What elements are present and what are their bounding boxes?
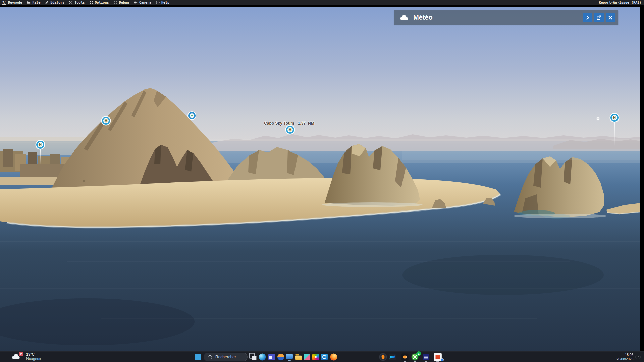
menu-file[interactable]: File — [27, 0, 40, 5]
popout-panel-button[interactable] — [594, 13, 604, 22]
menu-debug[interactable]: Debug — [114, 0, 129, 5]
sphere-app-button[interactable] — [276, 353, 285, 361]
menu-help-label: Help — [161, 1, 169, 4]
gear-icon — [90, 1, 93, 4]
helipad-icon[interactable]: H — [102, 117, 110, 125]
menu-devmode[interactable]: 7/ Devmode — [2, 0, 22, 5]
helipad-letter: H — [289, 128, 291, 132]
menu-editors-label: Editors — [50, 1, 64, 4]
search-icon — [208, 355, 213, 359]
menu-debug-label: Debug — [119, 1, 129, 4]
helipad-icon[interactable]: H — [36, 141, 44, 149]
menu-file-label: File — [32, 1, 40, 4]
menu-camera-label: Camera — [139, 1, 151, 4]
help-icon: ? — [156, 1, 160, 4]
flight-simulator-button[interactable] — [422, 353, 430, 361]
game-world-scene[interactable] — [0, 7, 640, 362]
marker-pole — [40, 148, 41, 165]
tray-date: 20/08/2025 — [616, 357, 633, 361]
windows-taskbar: 2 19°C Nuageux 1 FRA — [0, 351, 644, 362]
menu-editors[interactable]: Editors — [45, 0, 64, 5]
expand-panel-button[interactable] — [583, 13, 592, 22]
folder-icon — [27, 1, 31, 4]
weather-panel-header[interactable]: Météo — [394, 10, 618, 25]
design-app-button[interactable] — [303, 353, 311, 361]
helipad-letter: H — [39, 143, 42, 147]
xbox-badge: 1 — [416, 351, 421, 356]
menu-camera[interactable]: Camera — [134, 0, 151, 5]
svg-text:?: ? — [157, 1, 158, 4]
tray-clock[interactable]: 18:06 20/08/2025 — [616, 353, 633, 361]
file-explorer-button[interactable] — [294, 353, 303, 361]
devmode-menu-bar: 7/ Devmode File Editors Tools Options De… — [0, 0, 644, 5]
close-icon — [608, 15, 613, 20]
marker-pole — [290, 133, 290, 146]
helipad-icon[interactable]: H — [610, 114, 619, 122]
document-app-button[interactable] — [433, 353, 442, 361]
fl-studio-button[interactable] — [379, 353, 387, 361]
weather-condition: Nuageux — [26, 357, 41, 361]
svg-text:7/: 7/ — [2, 1, 6, 4]
camera-icon — [134, 1, 138, 4]
poi-unit: NM — [308, 121, 314, 126]
marker-pole — [106, 124, 106, 136]
waypoint-diamond-icon[interactable] — [188, 112, 196, 119]
weather-alert-badge: 2 — [19, 352, 23, 356]
helipad-icon[interactable]: H — [286, 126, 294, 134]
start-button[interactable] — [193, 353, 202, 361]
menu-options-label: Options — [95, 1, 109, 4]
close-panel-button[interactable] — [606, 13, 615, 22]
popout-icon — [596, 15, 602, 20]
menu-options[interactable]: Options — [90, 0, 109, 5]
poi-distance: 1.37 — [298, 121, 306, 126]
desktop: 7/ Devmode File Editors Tools Options De… — [0, 0, 644, 362]
devmode-logo-icon: 7/ — [2, 1, 6, 5]
document-app-notification-dot — [441, 358, 444, 361]
teams-button[interactable] — [267, 353, 276, 361]
marker-pole — [614, 121, 615, 146]
notification-center-icon[interactable] — [635, 352, 641, 362]
tools-icon — [69, 1, 73, 4]
code-icon — [114, 1, 117, 4]
edge-browser-button[interactable] — [258, 353, 267, 361]
chevron-right-icon — [585, 15, 590, 20]
helipad-letter: H — [613, 116, 616, 120]
photos-button[interactable] — [311, 353, 320, 361]
taskbar-weather-widget[interactable]: 2 19°C Nuageux — [11, 352, 41, 361]
weather-panel-title: Météo — [413, 14, 433, 21]
taskbar-search[interactable] — [204, 353, 248, 361]
tray-time: 18:06 — [625, 353, 633, 357]
menu-tools-label: Tools — [74, 1, 85, 4]
blender-button[interactable] — [400, 353, 409, 361]
helipad-letter: H — [105, 119, 107, 123]
weather-temperature: 19°C — [26, 352, 41, 357]
game-viewport[interactable] — [0, 7, 640, 362]
menu-help[interactable]: ? Help — [156, 0, 169, 5]
wave-app-button[interactable] — [388, 353, 397, 361]
dot-marker-icon[interactable] — [597, 117, 599, 120]
search-input[interactable] — [215, 355, 246, 359]
remote-desktop-button[interactable] — [285, 353, 294, 361]
pencil-icon — [45, 1, 49, 4]
center-dot — [191, 115, 193, 116]
poi-distance-label: Cabo Sky Tours1.37NM — [264, 121, 314, 126]
poi-name: Cabo Sky Tours — [264, 121, 294, 126]
windows-logo-icon — [195, 354, 201, 360]
report-an-issue-button[interactable]: Report-An-Issue (RAI) — [599, 1, 644, 4]
xbox-button[interactable]: 1 — [411, 353, 419, 361]
marker-pole — [598, 120, 598, 141]
task-view-button[interactable] — [249, 353, 258, 361]
menu-devmode-label: Devmode — [8, 1, 22, 4]
cloud-icon — [399, 14, 409, 21]
firefox-button[interactable] — [329, 353, 338, 361]
menu-tools[interactable]: Tools — [69, 0, 85, 5]
outlook-button[interactable] — [320, 353, 329, 361]
